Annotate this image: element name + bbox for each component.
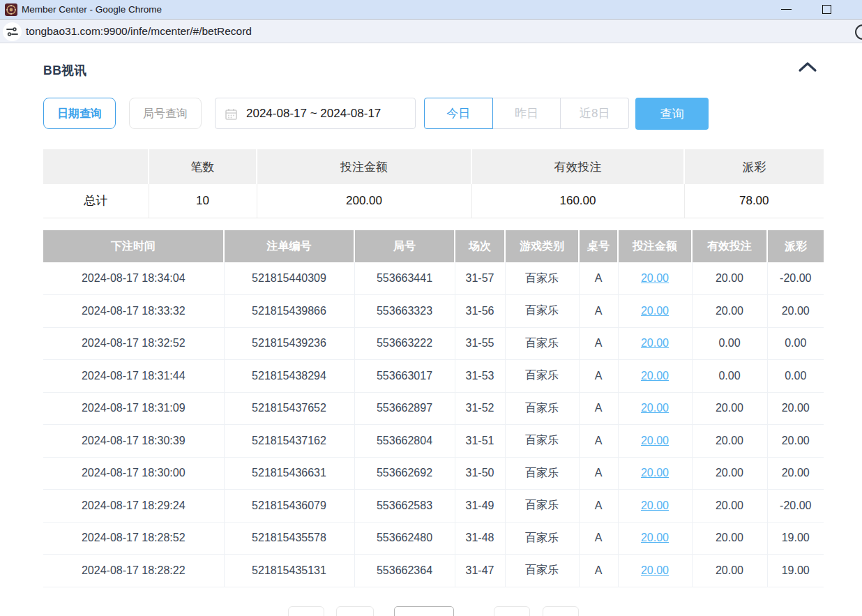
summary-payout-value: 78.00 xyxy=(684,184,824,218)
payout-cell: 19.00 xyxy=(767,522,824,555)
table-row: 2024-08-17 18:32:52521815439236553663222… xyxy=(43,327,824,360)
bet-amount-cell: 20.00 xyxy=(618,262,692,295)
yesterday-button[interactable]: 昨日 xyxy=(493,98,561,129)
date-range-picker[interactable]: 2024-08-17 ~ 2024-08-17 xyxy=(215,98,416,129)
table-row: 2024-08-17 18:34:04521815440309553663441… xyxy=(43,262,824,295)
payout-cell: -20.00 xyxy=(767,490,824,523)
order-no-cell: 521815435578 xyxy=(224,522,354,555)
table-column-header: 场次 xyxy=(455,230,505,262)
table-row: 2024-08-17 18:31:44521815438294553663017… xyxy=(43,360,824,393)
game-type-cell: 百家乐 xyxy=(505,262,579,295)
summary-header-bet-amount: 投注金额 xyxy=(257,149,471,184)
bet-time-cell: 2024-08-17 18:34:04 xyxy=(43,262,224,295)
table-column-header: 下注时间 xyxy=(43,230,224,262)
valid-bet-cell: 0.00 xyxy=(692,360,767,393)
page-size-select[interactable] xyxy=(394,606,454,616)
bet-amount-link[interactable]: 20.00 xyxy=(641,564,669,576)
order-no-cell: 521815436631 xyxy=(224,457,354,490)
bet-amount-link[interactable]: 20.00 xyxy=(641,467,669,479)
calendar-icon xyxy=(225,108,237,120)
valid-bet-cell: 20.00 xyxy=(692,457,767,490)
address-bar: tongbao31.com:9900/infe/mcenter/#/betRec… xyxy=(0,20,862,43)
site-favicon-icon xyxy=(5,3,17,16)
bet-amount-link[interactable]: 20.00 xyxy=(641,305,669,317)
valid-bet-cell: 20.00 xyxy=(692,522,767,555)
summary-header-row: 笔数 投注金额 有效投注 派彩 xyxy=(43,149,824,184)
bet-time-cell: 2024-08-17 18:29:24 xyxy=(43,490,224,523)
table-column-header: 桌号 xyxy=(579,230,618,262)
pagination-first-button[interactable] xyxy=(288,606,324,616)
pagination-prev-button[interactable] xyxy=(336,606,374,616)
table-column-header: 游戏类别 xyxy=(505,230,579,262)
order-no-cell: 521815436079 xyxy=(224,490,354,523)
search-button[interactable]: 查询 xyxy=(635,98,709,130)
bet-amount-cell: 20.00 xyxy=(618,425,692,458)
session-cell: 31-49 xyxy=(455,490,505,523)
round-query-tab[interactable]: 局号查询 xyxy=(129,98,202,129)
valid-bet-cell: 20.00 xyxy=(692,490,767,523)
summary-valid-bet-value: 160.00 xyxy=(471,184,684,218)
table-no-cell: A xyxy=(579,262,618,295)
summary-total-label: 总计 xyxy=(43,184,149,218)
summary-header-count: 笔数 xyxy=(149,149,257,184)
valid-bet-cell: 20.00 xyxy=(692,555,767,587)
payout-cell: 20.00 xyxy=(767,295,824,328)
round-no-cell: 553663222 xyxy=(354,327,455,360)
chevron-up-icon xyxy=(798,61,817,73)
bet-amount-link[interactable]: 20.00 xyxy=(641,337,669,349)
maximize-icon xyxy=(822,5,831,14)
site-settings-button[interactable] xyxy=(3,22,22,41)
quick-range-group: 今日 昨日 近8日 xyxy=(424,98,629,129)
bet-record-table: 下注时间注单编号局号场次游戏类别桌号投注金额有效投注派彩 2024-08-17 … xyxy=(43,230,824,587)
round-no-cell: 553662897 xyxy=(354,392,455,425)
round-no-cell: 553662583 xyxy=(354,490,455,523)
today-button[interactable]: 今日 xyxy=(424,98,493,129)
minimize-button[interactable] xyxy=(773,0,801,19)
table-row: 2024-08-17 18:30:00521815436631553662692… xyxy=(43,457,824,490)
session-cell: 31-53 xyxy=(455,360,505,393)
bet-amount-link[interactable]: 20.00 xyxy=(641,499,669,511)
browser-profile-icon[interactable] xyxy=(855,24,862,40)
order-no-cell: 521815439236 xyxy=(224,327,354,360)
last-8-days-button[interactable]: 近8日 xyxy=(561,98,629,129)
summary-bet-amount-value: 200.00 xyxy=(257,184,471,218)
window-titlebar: Member Center - Google Chrome xyxy=(0,0,862,20)
tune-icon xyxy=(6,26,18,38)
maximize-button[interactable] xyxy=(813,0,841,19)
payout-cell: 19.00 xyxy=(767,555,824,587)
table-no-cell: A xyxy=(579,490,618,523)
bet-time-cell: 2024-08-17 18:28:22 xyxy=(43,555,224,587)
order-no-cell: 521815437162 xyxy=(224,425,354,458)
window-title: Member Center - Google Chrome xyxy=(22,0,162,19)
session-cell: 31-51 xyxy=(455,425,505,458)
date-query-tab[interactable]: 日期查询 xyxy=(43,98,116,129)
game-type-cell: 百家乐 xyxy=(505,392,579,425)
table-column-header: 注单编号 xyxy=(224,230,354,262)
bet-amount-link[interactable]: 20.00 xyxy=(641,370,669,382)
bet-amount-link[interactable]: 20.00 xyxy=(641,402,669,414)
payout-cell: 0.00 xyxy=(767,327,824,360)
payout-cell: 20.00 xyxy=(767,457,824,490)
bet-amount-link[interactable]: 20.00 xyxy=(641,532,669,543)
order-no-cell: 521815440309 xyxy=(224,262,354,295)
payout-cell: -20.00 xyxy=(767,262,824,295)
collapse-panel-button[interactable] xyxy=(798,61,820,80)
bet-amount-cell: 20.00 xyxy=(618,392,692,425)
url-field[interactable]: tongbao31.com:9900/infe/mcenter/#/betRec… xyxy=(26,20,252,43)
pagination-last-button[interactable] xyxy=(543,606,579,616)
bet-amount-link[interactable]: 20.00 xyxy=(641,272,669,284)
bet-amount-link[interactable]: 20.00 xyxy=(641,435,669,446)
table-no-cell: A xyxy=(579,360,618,393)
valid-bet-cell: 20.00 xyxy=(692,425,767,458)
bet-table-body: 2024-08-17 18:34:04521815440309553663441… xyxy=(43,262,824,587)
summary-header-blank xyxy=(43,149,149,184)
pagination-next-button[interactable] xyxy=(494,606,530,616)
bet-amount-cell: 20.00 xyxy=(618,457,692,490)
session-cell: 31-50 xyxy=(455,457,505,490)
game-type-cell: 百家乐 xyxy=(505,327,579,360)
valid-bet-cell: 20.00 xyxy=(692,262,767,295)
bet-time-cell: 2024-08-17 18:28:52 xyxy=(43,522,224,555)
payout-cell: 20.00 xyxy=(767,425,824,458)
table-column-header: 投注金额 xyxy=(618,230,692,262)
order-no-cell: 521815439866 xyxy=(224,295,354,328)
